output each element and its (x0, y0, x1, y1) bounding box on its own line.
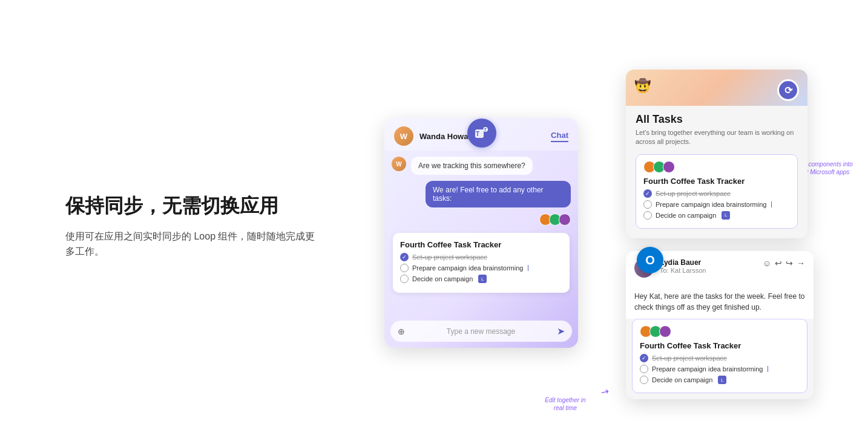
all-tasks-window: ⟳ 🤠 All Tasks Let's bring together every… (626, 70, 807, 238)
em-cursor (768, 366, 768, 372)
task-text-3: Decide on campaign (412, 275, 473, 282)
chat-tab-label[interactable]: Chat (551, 131, 568, 142)
em-task-1: Set-up project workspace (640, 354, 800, 362)
message-avatar: W (392, 157, 406, 171)
chat-input-area[interactable]: ⊕ Type a new message ➤ (390, 321, 572, 342)
incoming-message-row: W Are we tracking this somewhere? (392, 157, 571, 175)
email-tracker-avatars (640, 325, 800, 338)
em-badge-3: L (718, 376, 726, 384)
task-avatars (539, 214, 571, 226)
wanda-avatar: W (394, 126, 413, 146)
em-task-2: Prepare campaign idea brainstorming (640, 365, 800, 373)
edit-annotation-arrow: ↗ (599, 385, 611, 399)
loop-icon[interactable]: ⊕ (398, 327, 405, 336)
task-check-done-1 (400, 253, 409, 261)
em-check-2 (640, 365, 648, 373)
chat-body: W Are we tracking this somewhere? We are… (384, 151, 578, 299)
left-section: 保持同步，无需切换应用 使用可在应用之间实时同步的 Loop 组件，随时随地完成… (65, 194, 320, 259)
reply-button[interactable]: ↪ (786, 258, 793, 268)
email-header-info: Lydia Bauer To: Kat Larsson (660, 258, 757, 274)
loop-badge-icon: ⟳ (784, 85, 792, 96)
at-text-2: Prepare campaign idea brainstorming (656, 201, 766, 208)
em-text-3: Decide on campaign (652, 376, 712, 383)
component-avatars-row (392, 214, 571, 226)
all-tasks-subtitle: Let's bring together everything our team… (636, 128, 798, 147)
svg-text:T: T (484, 128, 487, 132)
emoji-button[interactable]: ☺ (763, 258, 771, 268)
task-check-empty-3 (400, 275, 409, 283)
tracker-avatars (643, 161, 790, 173)
email-sender-name: Lydia Bauer (660, 258, 757, 267)
at-task-3: Decide on campaign L (643, 211, 790, 220)
outgoing-message-row: We are! Feel free to add any other tasks… (392, 181, 571, 207)
task-text-2: Prepare campaign idea brainstorming (412, 264, 523, 272)
teams-chat-window: W Wanda Howard Chat W Are we tracking th… (384, 118, 578, 348)
em-text-2: Prepare campaign idea brainstorming (652, 365, 763, 373)
task-check-empty-2 (400, 264, 409, 272)
at-text-3: Decide on campaign (656, 212, 716, 219)
all-tasks-tracker-card[interactable]: Fourth Coffee Task Tracker Set-up projec… (636, 154, 798, 229)
task-text-1: Set-up project workspace (412, 253, 487, 261)
email-tracker-title: Fourth Coffee Task Tracker (640, 341, 800, 350)
svg-text:T: T (476, 131, 479, 137)
teams-logo-icon: T T (473, 125, 490, 142)
at-check-3 (643, 211, 652, 220)
at-check-2 (643, 200, 652, 209)
task-item-1: Set-up project workspace (400, 253, 562, 261)
subtitle-text: 使用可在应用之间实时同步的 Loop 组件，随时随地完成更多工作。 (65, 229, 320, 259)
tracker-avatar-3 (663, 161, 675, 173)
message-bubble-other: Are we tracking this somewhere? (411, 157, 533, 175)
tracker-title: Fourth Coffee Task Tracker (643, 177, 790, 186)
edit-annotation: Edit together in real time (541, 396, 590, 412)
component-title: Fourth Coffee Task Tracker (400, 240, 562, 249)
at-check-1 (643, 189, 652, 198)
task-item-3: Decide on campaign L (400, 275, 562, 283)
loop-component-chat[interactable]: Fourth Coffee Task Tracker Set-up projec… (393, 233, 570, 293)
coffee-emoji: 🤠 (634, 78, 651, 94)
em-task-3: Decide on campaign L (640, 376, 800, 384)
at-text-1: Set-up project workspace (656, 190, 731, 197)
forward-button[interactable]: → (797, 258, 805, 268)
at-badge-3: L (722, 211, 730, 220)
undo-button[interactable]: ↩ (775, 258, 782, 268)
main-title: 保持同步，无需切换应用 (65, 194, 320, 219)
edit-annotation-text: Edit together in real time (545, 397, 585, 411)
outlook-icon-circle[interactable]: O (637, 247, 663, 273)
email-to: To: Kat Larsson (660, 267, 757, 274)
text-cursor (528, 265, 528, 271)
message-bubble-self: We are! Feel free to add any other tasks… (426, 181, 571, 207)
email-avatar-3 (659, 325, 671, 338)
at-task-1: Set-up project workspace (643, 189, 790, 198)
task-badge-3: L (478, 275, 487, 283)
avatar-3 (559, 214, 571, 226)
email-body-text: Hey Kat, here are the tasks for the week… (626, 285, 814, 319)
page-container: 保持同步，无需切换应用 使用可在应用之间实时同步的 Loop 组件，随时随地完成… (0, 0, 868, 447)
email-actions: ☺ ↩ ↪ → (763, 258, 805, 268)
at-cursor (771, 201, 772, 207)
em-check-3 (640, 376, 648, 384)
send-icon[interactable]: ➤ (557, 325, 565, 337)
at-task-2: Prepare campaign idea brainstorming (643, 200, 790, 209)
teams-icon-circle[interactable]: T T (467, 119, 496, 148)
email-loop-component[interactable]: Fourth Coffee Task Tracker Set-up projec… (632, 319, 807, 393)
chat-input-placeholder[interactable]: Type a new message (447, 327, 515, 336)
outlook-logo-icon: O (645, 253, 655, 267)
all-tasks-content: All Tasks Let's bring together everythin… (626, 106, 807, 238)
em-check-1 (640, 354, 648, 362)
all-tasks-img-header: ⟳ 🤠 (626, 70, 807, 106)
loop-badge: ⟳ (777, 79, 799, 101)
all-tasks-title: All Tasks (636, 113, 798, 126)
task-item-2: Prepare campaign idea brainstorming (400, 264, 562, 272)
em-text-1: Set-up project workspace (652, 354, 727, 362)
outlook-window: L Lydia Bauer To: Kat Larsson ☺ ↩ ↪ → He… (626, 251, 814, 399)
